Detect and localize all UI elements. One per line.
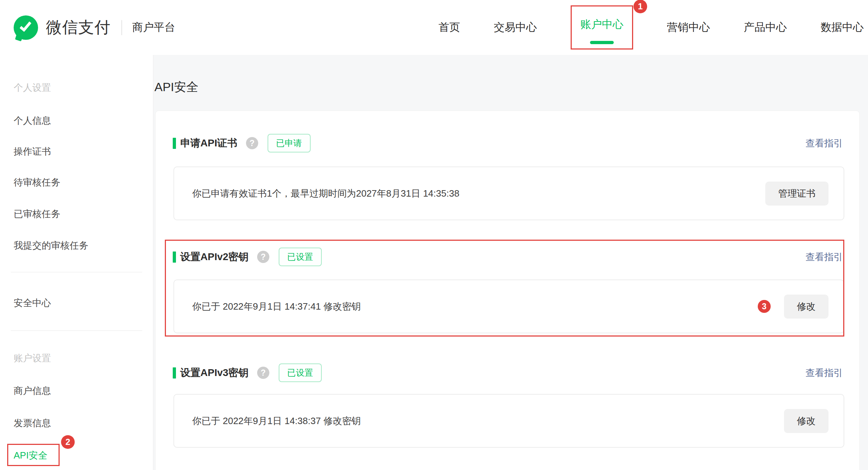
sidebar-item-pending-tasks[interactable]: 待审核任务 xyxy=(14,177,60,188)
nav-item-account-center[interactable]: 账户中心 1 xyxy=(571,5,633,50)
section-title-api-certificate: 申请API证书 xyxy=(180,136,237,150)
sidebar-item-security-center[interactable]: 安全中心 xyxy=(14,297,51,309)
nav-item-home[interactable]: 首页 xyxy=(438,20,460,35)
status-badge-applied: 已申请 xyxy=(268,134,311,152)
annotation-step-badge-2: 2 xyxy=(61,435,75,449)
sidebar-item-personal-info[interactable]: 个人信息 xyxy=(14,115,51,126)
modify-apiv3-key-button[interactable]: 修改 xyxy=(784,409,828,433)
api-certificate-actions: 管理证书 xyxy=(765,182,828,206)
nav-item-transaction-center[interactable]: 交易中心 xyxy=(494,20,537,35)
guide-link-api-certificate[interactable]: 查看指引 xyxy=(806,137,843,150)
sidebar-item-my-submitted-tasks[interactable]: 我提交的审核任务 xyxy=(14,240,88,251)
help-icon[interactable]: ? xyxy=(257,251,269,263)
sidebar-item-operation-cert[interactable]: 操作证书 xyxy=(14,146,51,157)
manage-certificate-button[interactable]: 管理证书 xyxy=(765,182,828,206)
page-title: API安全 xyxy=(154,79,199,95)
section-header-apiv2-key: 设置APIv2密钥 ? 已设置 查看指引 xyxy=(173,247,843,267)
status-badge-apiv3-set: 已设置 xyxy=(279,363,322,382)
sidebar: 个人设置 个人信息 操作证书 待审核任务 已审核任务 我提交的审核任务 安全中心… xyxy=(0,55,153,470)
sidebar-divider xyxy=(11,330,142,331)
apiv2-key-actions: 3 修改 xyxy=(758,295,828,319)
nav-item-data-center[interactable]: 数据中心 xyxy=(821,20,864,35)
nav-item-account-center-label: 账户中心 xyxy=(580,17,623,32)
sidebar-item-merchant-info[interactable]: 商户信息 xyxy=(14,385,51,396)
sidebar-item-api-security[interactable]: API安全 xyxy=(14,450,47,461)
wechat-pay-logo-icon xyxy=(14,15,38,40)
api-security-card: 申请API证书 ? 已申请 查看指引 你已申请有效证书1个，最早过期时间为202… xyxy=(155,111,860,470)
section-marker-bar xyxy=(173,138,176,149)
main-nav: 首页 交易中心 账户中心 1 营销中心 产品中心 数据中心 xyxy=(438,0,864,55)
apiv2-key-message-box: 你已于 2022年9月1日 14:37:41 修改密钥 3 修改 xyxy=(173,279,844,333)
help-icon[interactable]: ? xyxy=(257,367,269,379)
status-badge-apiv2-set: 已设置 xyxy=(279,248,322,266)
annotation-step-badge-1: 1 xyxy=(633,0,647,13)
wechat-pay-merchant-platform: 微信支付 商户平台 首页 交易中心 账户中心 1 营销中心 产品中心 数据中心 … xyxy=(0,0,868,470)
section-title-apiv2-key: 设置APIv2密钥 xyxy=(180,250,249,264)
active-tab-underline xyxy=(590,41,614,44)
guide-link-apiv3-key[interactable]: 查看指引 xyxy=(806,367,843,379)
nav-item-marketing-center[interactable]: 营销中心 xyxy=(667,20,710,35)
api-certificate-message: 你已申请有效证书1个，最早过期时间为2027年8月31日 14:35:38 xyxy=(192,187,765,200)
apiv3-key-actions: 修改 xyxy=(784,409,828,433)
brand: 微信支付 商户平台 xyxy=(14,0,175,55)
logo-check-icon xyxy=(19,19,32,32)
nav-item-product-center[interactable]: 产品中心 xyxy=(744,20,787,35)
platform-title: 商户平台 xyxy=(132,20,175,35)
sidebar-item-invoice-info[interactable]: 发票信息 xyxy=(14,417,51,429)
section-marker-bar xyxy=(173,252,176,263)
section-header-apiv3-key: 设置APIv3密钥 ? 已设置 查看指引 xyxy=(173,363,843,383)
brand-divider xyxy=(121,20,122,35)
help-icon[interactable]: ? xyxy=(246,137,258,149)
section-marker-bar xyxy=(173,367,176,379)
logo-bubble-tail xyxy=(15,33,23,41)
api-certificate-message-box: 你已申请有效证书1个，最早过期时间为2027年8月31日 14:35:38 管理… xyxy=(173,166,844,220)
sidebar-item-reviewed-tasks[interactable]: 已审核任务 xyxy=(14,208,60,220)
section-header-api-certificate: 申请API证书 ? 已申请 查看指引 xyxy=(173,133,843,153)
apiv3-key-message: 你已于 2022年9月1日 14:38:37 修改密钥 xyxy=(192,415,784,427)
top-header: 微信支付 商户平台 首页 交易中心 账户中心 1 营销中心 产品中心 数据中心 xyxy=(0,0,868,55)
section-title-apiv3-key: 设置APIv3密钥 xyxy=(180,366,249,380)
sidebar-heading-personal-settings: 个人设置 xyxy=(14,82,51,93)
brand-name: 微信支付 xyxy=(46,17,111,38)
sidebar-divider xyxy=(11,272,142,272)
modify-apiv2-key-button[interactable]: 修改 xyxy=(784,295,828,319)
annotation-step-badge-3: 3 xyxy=(758,300,771,313)
apiv3-key-message-box: 你已于 2022年9月1日 14:38:37 修改密钥 修改 xyxy=(173,394,844,448)
sidebar-heading-account-settings: 账户设置 xyxy=(14,352,51,364)
guide-link-apiv2-key[interactable]: 查看指引 xyxy=(806,251,843,263)
apiv2-key-message: 你已于 2022年9月1日 14:37:41 修改密钥 xyxy=(192,300,758,313)
